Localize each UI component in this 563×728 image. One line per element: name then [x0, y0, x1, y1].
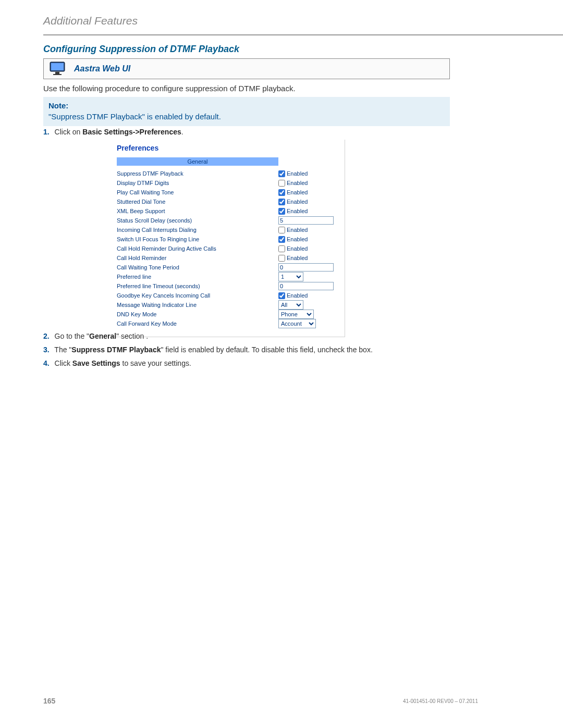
checkbox-stuttered-dial-tone[interactable]: [278, 199, 285, 205]
row-call-waiting-tone-period: Call Waiting Tone Period: [117, 263, 338, 272]
step-1-bold: Basic Settings->Preferences: [82, 128, 181, 136]
select-preferred-line[interactable]: 1: [278, 272, 303, 281]
step-3-pre: The ": [54, 346, 71, 354]
enabled-label: Enabled: [287, 180, 308, 186]
page-number: 165: [43, 697, 55, 705]
step-4-num: 4.: [43, 359, 50, 367]
step-3: 3. The "Suppress DTMF Playback" field is…: [43, 346, 373, 354]
step-4-bold: Save Settings: [72, 359, 120, 367]
step-1-num: 1.: [43, 128, 50, 136]
row-label: Preferred line Timeout (seconds): [117, 283, 278, 289]
step-4: 4. Click Save Settings to save your sett…: [43, 359, 191, 367]
svg-rect-2: [55, 72, 59, 74]
step-2-pre: Go to the ": [55, 332, 89, 340]
intro-text: Use the following procedure to configure…: [43, 84, 296, 93]
row-label: Stuttered Dial Tone: [117, 199, 278, 205]
checkbox-incoming-call-interrupts[interactable]: [278, 227, 285, 233]
checkbox-xml-beep-support[interactable]: [278, 208, 285, 215]
row-label: Switch UI Focus To Ringing Line: [117, 236, 278, 242]
step-4-pre: Click: [55, 359, 72, 367]
row-label: Display DTMF Digits: [117, 180, 278, 186]
enabled-label: Enabled: [287, 227, 308, 233]
input-call-waiting-tone-period[interactable]: [278, 263, 334, 272]
svg-rect-1: [51, 63, 64, 70]
row-stuttered-dial-tone: Stuttered Dial Tone Enabled: [117, 197, 338, 206]
callout-label: Aastra Web UI: [74, 64, 130, 73]
row-label: XML Beep Support: [117, 208, 278, 214]
step-3-bold: Suppress DTMF Playback: [71, 346, 161, 354]
checkbox-display-dtmf-digits[interactable]: [278, 180, 285, 187]
note-title: Note:: [48, 101, 445, 110]
row-label: Call Hold Reminder: [117, 255, 278, 261]
preferences-rows: Suppress DTMF Playback Enabled Display D…: [117, 169, 338, 328]
row-call-hold-reminder: Call Hold Reminder Enabled: [117, 253, 338, 263]
select-cfw-key-mode[interactable]: Account: [278, 319, 316, 328]
row-xml-beep-support: XML Beep Support Enabled: [117, 206, 338, 216]
checkbox-goodbye-key-cancels[interactable]: [278, 292, 285, 299]
svg-rect-3: [53, 74, 62, 75]
general-header: General: [117, 157, 278, 166]
row-label: Call Waiting Tone Period: [117, 264, 278, 270]
checkbox-play-call-waiting-tone[interactable]: [278, 189, 285, 196]
row-label: Suppress DTMF Playback: [117, 170, 278, 177]
row-preferred-line: Preferred line 1: [117, 272, 338, 281]
step-2-num: 2.: [43, 332, 50, 340]
enabled-label: Enabled: [287, 170, 308, 177]
note-body: "Suppress DTMF Playback" is enabled by d…: [48, 112, 445, 121]
note-box: Note: "Suppress DTMF Playback" is enable…: [43, 97, 450, 126]
enabled-label: Enabled: [287, 189, 308, 195]
enabled-label: Enabled: [287, 208, 308, 214]
row-status-scroll-delay: Status Scroll Delay (seconds): [117, 216, 338, 225]
step-2: 2. Go to the "General" section .: [43, 332, 148, 340]
step-1-pre: Click on: [55, 128, 83, 136]
checkbox-suppress-dtmf-playback[interactable]: [278, 170, 285, 177]
row-suppress-dtmf-playback: Suppress DTMF Playback Enabled: [117, 169, 338, 178]
step-1-post: .: [181, 128, 183, 136]
step-2-post: " section .: [116, 332, 148, 340]
section-title: Configuring Suppression of DTMF Playback: [43, 44, 239, 55]
row-label: Message Waiting Indicator Line: [117, 302, 278, 308]
enabled-label: Enabled: [287, 236, 308, 242]
enabled-label: Enabled: [287, 255, 308, 261]
row-label: Goodbye Key Cancels Incoming Call: [117, 292, 278, 299]
select-mwi-line[interactable]: All: [278, 300, 303, 310]
row-play-call-waiting-tone: Play Call Waiting Tone Enabled: [117, 188, 338, 197]
row-preferred-line-timeout: Preferred line Timeout (seconds): [117, 281, 338, 291]
preferences-panel: Preferences General Suppress DTMF Playba…: [111, 140, 345, 337]
enabled-label: Enabled: [287, 292, 308, 299]
preferences-title: Preferences: [117, 144, 338, 152]
row-cfw-key-mode: Call Forward Key Mode Account: [117, 319, 338, 328]
step-3-post: " field is enabled by default. To disabl…: [161, 346, 372, 354]
select-dnd-key-mode[interactable]: Phone: [278, 310, 314, 319]
row-dnd-key-mode: DND Key Mode Phone: [117, 310, 338, 319]
row-label: Incoming Call Interrupts Dialing: [117, 227, 278, 233]
checkbox-call-hold-reminder[interactable]: [278, 255, 285, 262]
running-head: Additional Features: [43, 15, 138, 27]
enabled-label: Enabled: [287, 199, 308, 205]
row-label: Call Forward Key Mode: [117, 320, 278, 327]
row-label: DND Key Mode: [117, 311, 278, 317]
step-3-num: 3.: [43, 346, 50, 354]
row-switch-ui-focus: Switch UI Focus To Ringing Line Enabled: [117, 235, 338, 244]
enabled-label: Enabled: [287, 245, 308, 252]
row-label: Preferred line: [117, 274, 278, 280]
row-label: Play Call Waiting Tone: [117, 189, 278, 195]
row-label: Call Hold Reminder During Active Calls: [117, 245, 278, 252]
page: Additional Features Configuring Suppress…: [0, 0, 563, 728]
input-status-scroll-delay[interactable]: [278, 216, 334, 225]
top-rule: [43, 34, 563, 35]
step-4-post: to save your settings.: [120, 359, 191, 367]
checkbox-call-hold-reminder-active[interactable]: [278, 245, 285, 252]
monitor-icon: [49, 61, 67, 77]
input-preferred-line-timeout[interactable]: [278, 282, 334, 290]
doc-id: 41-001451-00 REV00 – 07.2011: [403, 698, 478, 704]
step-1: 1. Click on Basic Settings->Preferences.: [43, 128, 183, 136]
row-display-dtmf-digits: Display DTMF Digits Enabled: [117, 178, 338, 188]
row-goodbye-key-cancels: Goodbye Key Cancels Incoming Call Enable…: [117, 291, 338, 300]
row-label: Status Scroll Delay (seconds): [117, 217, 278, 224]
row-mwi-line: Message Waiting Indicator Line All: [117, 300, 338, 310]
checkbox-switch-ui-focus[interactable]: [278, 236, 285, 243]
web-ui-callout: Aastra Web UI: [43, 58, 450, 79]
step-2-bold: General: [89, 332, 116, 340]
row-call-hold-reminder-active: Call Hold Reminder During Active Calls E…: [117, 244, 338, 253]
